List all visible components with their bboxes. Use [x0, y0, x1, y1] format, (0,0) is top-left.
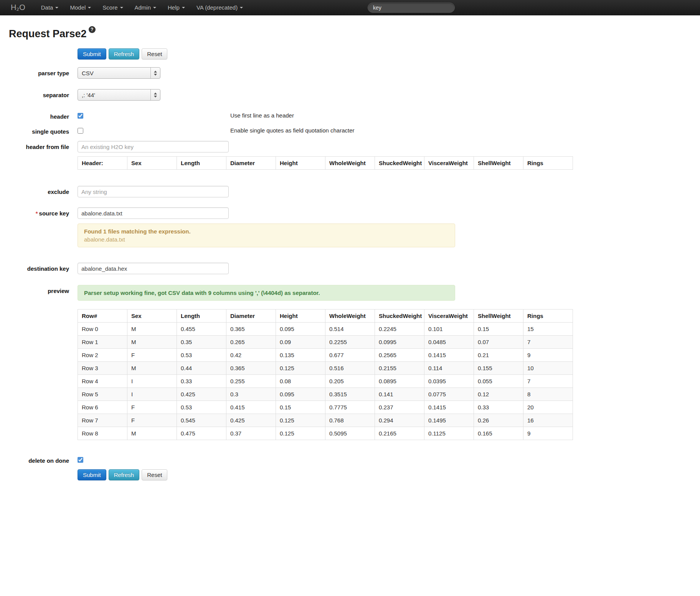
table-cell: 0.114	[424, 362, 474, 375]
table-cell: 0.155	[474, 362, 523, 375]
table-cell: 0.265	[226, 336, 276, 349]
nav-item-model[interactable]: Model	[64, 0, 97, 15]
table-cell: 0.0395	[424, 375, 474, 388]
table-cell: Row 6	[78, 401, 127, 414]
nav-item-data[interactable]: Data	[35, 0, 64, 15]
reset-button[interactable]: Reset	[142, 469, 167, 480]
table-cell: 0.07	[474, 336, 523, 349]
preview-table-body: Row 0M0.4550.3650.0950.5140.22450.1010.1…	[78, 323, 573, 440]
table-cell: 0.237	[375, 401, 424, 414]
table-cell: Row 2	[78, 349, 127, 362]
page-header: Request Parse2?	[9, 28, 700, 40]
submit-button[interactable]: Submit	[78, 48, 106, 60]
refresh-button[interactable]: Refresh	[109, 469, 140, 480]
help-badge-icon[interactable]: ?	[89, 26, 96, 33]
table-cell: 0.33	[474, 401, 523, 414]
search-input[interactable]	[368, 3, 455, 13]
table-cell: 0.095	[276, 388, 325, 401]
parser-type-select[interactable]: CSV	[78, 67, 160, 79]
table-cell: F	[127, 349, 177, 362]
table-cell: 16	[523, 414, 573, 427]
table-cell: 0.514	[325, 323, 375, 336]
preview-table-row: Row#SexLengthDiameterHeightWholeWeightSh…	[9, 309, 700, 440]
table-cell: 0.141	[375, 388, 424, 401]
table-cell: 0.255	[226, 375, 276, 388]
table-cell: 0.35	[177, 336, 226, 349]
table-cell: 0.53	[177, 349, 226, 362]
column-header: WholeWeight	[325, 157, 375, 170]
table-cell: 0.1415	[424, 401, 474, 414]
separator-value: ,: '44'	[82, 92, 95, 98]
header-table-row: Header:SexLengthDiameterHeightWholeWeigh…	[9, 156, 700, 170]
single-quotes-row: single quotes Enable single quotes as fi…	[9, 127, 700, 135]
table-cell: I	[127, 388, 177, 401]
source-key-input[interactable]	[78, 207, 229, 219]
exclude-input[interactable]	[78, 186, 229, 197]
table-cell: 0.294	[375, 414, 424, 427]
reset-button[interactable]: Reset	[142, 48, 167, 60]
source-key-alert-row: Found 1 files matching the expression. a…	[9, 224, 700, 247]
table-header-row: Header:SexLengthDiameterHeightWholeWeigh…	[78, 157, 573, 170]
table-row: Row 7F0.5450.4250.1250.7680.2940.14950.2…	[78, 414, 573, 427]
separator-row: separator ,: '44'	[9, 89, 700, 101]
nav-item-va-deprecated[interactable]: VA (deprecated)	[191, 0, 249, 15]
h2o-logo[interactable]: H₂O	[11, 3, 25, 12]
column-header: VisceraWeight	[424, 310, 474, 323]
table-cell: 0.3515	[325, 388, 375, 401]
table-cell: 0.5095	[325, 427, 375, 440]
required-asterisk: *	[36, 210, 38, 217]
header-row: header Use first line as a header	[9, 112, 700, 120]
matched-file-name: abalone.data.txt	[84, 236, 449, 243]
table-cell: 0.055	[474, 375, 523, 388]
destination-key-input[interactable]	[78, 263, 229, 274]
table-cell: 0.205	[325, 375, 375, 388]
table-cell: 0.2255	[325, 336, 375, 349]
exclude-row: exclude	[9, 186, 700, 197]
main-content: Request Parse2? Submit Refresh Reset par…	[0, 15, 700, 480]
table-cell: 0.2245	[375, 323, 424, 336]
table-cell: 0.1125	[424, 427, 474, 440]
table-cell: 0.15	[276, 401, 325, 414]
table-cell: 0.365	[226, 323, 276, 336]
single-quotes-checkbox[interactable]	[78, 128, 83, 134]
header-table-wrap: Header:SexLengthDiameterHeightWholeWeigh…	[78, 156, 573, 170]
column-header: Length	[177, 310, 226, 323]
delete-on-done-checkbox[interactable]	[78, 457, 83, 463]
header-label: header	[9, 112, 69, 120]
nav-item-help[interactable]: Help	[162, 0, 191, 15]
chevron-down-icon	[88, 7, 91, 8]
table-cell: 0.0485	[424, 336, 474, 349]
separator-select[interactable]: ,: '44'	[78, 89, 160, 101]
source-key-row: *source key	[9, 207, 700, 219]
table-cell: 0.0775	[424, 388, 474, 401]
nav-item-label: Score	[102, 4, 117, 11]
column-header: Rings	[523, 310, 573, 323]
table-cell: 0.165	[474, 427, 523, 440]
table-cell: 0.425	[177, 388, 226, 401]
table-cell: 0.1415	[424, 349, 474, 362]
chevron-down-icon	[120, 7, 123, 8]
table-cell: Row 5	[78, 388, 127, 401]
column-header: WholeWeight	[325, 310, 375, 323]
parser-type-label: parser type	[9, 67, 69, 76]
table-cell: F	[127, 401, 177, 414]
header-from-file-input[interactable]	[78, 141, 229, 152]
refresh-button[interactable]: Refresh	[109, 48, 140, 60]
table-cell: 10	[523, 362, 573, 375]
preview-table-wrap: Row#SexLengthDiameterHeightWholeWeightSh…	[78, 309, 573, 440]
column-header: ShuckedWeight	[375, 310, 424, 323]
parser-type-row: parser type CSV	[9, 67, 700, 79]
nav-item-label: VA (deprecated)	[196, 4, 238, 11]
delete-on-done-row: delete on done	[9, 456, 700, 464]
table-cell: M	[127, 427, 177, 440]
select-stepper-icon	[150, 89, 160, 100]
nav-item-score[interactable]: Score	[97, 0, 129, 15]
navbar: H₂O Data Model Score Admin Help VA (depr…	[0, 0, 700, 15]
submit-button[interactable]: Submit	[78, 469, 106, 480]
header-checkbox[interactable]	[78, 113, 83, 119]
preview-table: Row#SexLengthDiameterHeightWholeWeightSh…	[78, 309, 573, 440]
destination-key-row: destination key	[9, 263, 700, 274]
nav-item-admin[interactable]: Admin	[129, 0, 162, 15]
table-cell: 0.09	[276, 336, 325, 349]
chevron-down-icon	[153, 7, 156, 8]
